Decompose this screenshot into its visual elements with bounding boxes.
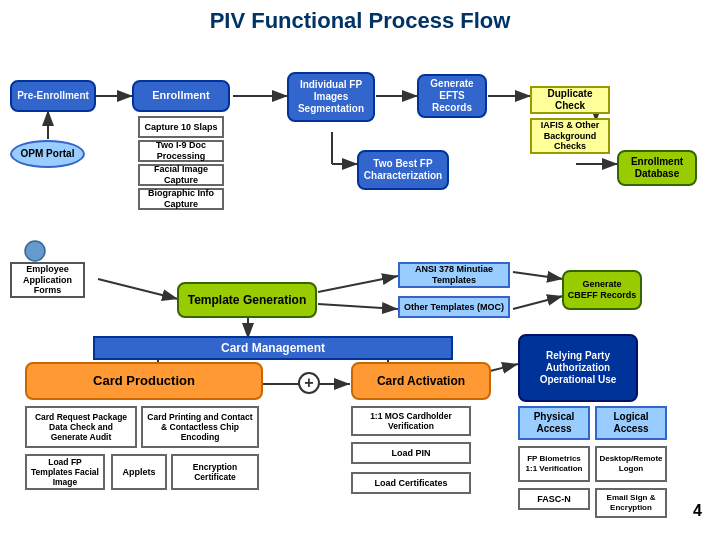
individual-fp-box: Individual FP Images Segmentation xyxy=(287,72,375,122)
svg-line-11 xyxy=(318,276,398,292)
card-production-box: Card Production xyxy=(25,362,263,400)
load-fp-box: Load FP Templates Facial Image xyxy=(25,454,105,490)
two-i9-box: Two I-9 Doc Processing xyxy=(138,140,224,162)
svg-line-10 xyxy=(98,279,178,299)
page-number: 4 xyxy=(693,502,702,520)
opm-portal-box: OPM Portal xyxy=(10,140,85,168)
other-templates-box: Other Templates (MOC) xyxy=(398,296,510,318)
encryption-cert-box: Encryption Certificate xyxy=(171,454,259,490)
load-certs-box: Load Certificates xyxy=(351,472,471,494)
desktop-remote-box: Desktop/Remote Logon xyxy=(595,446,667,482)
card-request-box: Card Request Package Data Check and Gene… xyxy=(25,406,137,448)
card-printing-box: Card Printing and Contact & Contactless … xyxy=(141,406,259,448)
fasc-n-box: FASC-N xyxy=(518,488,590,510)
template-gen-box: Template Generation xyxy=(177,282,317,318)
plus-symbol: + xyxy=(298,372,320,394)
mos-box: 1:1 MOS Cardholder Verification xyxy=(351,406,471,436)
enrollment-box: Enrollment xyxy=(132,80,230,112)
email-sign-box: Email Sign & Encryption xyxy=(595,488,667,518)
enrollment-db-box: Enrollment Database xyxy=(617,150,697,186)
load-pin-box: Load PIN xyxy=(351,442,471,464)
svg-point-21 xyxy=(25,241,45,261)
two-best-fp-box: Two Best FP Characterization xyxy=(357,150,449,190)
logical-access-box: Logical Access xyxy=(595,406,667,440)
svg-line-14 xyxy=(513,296,563,309)
svg-line-12 xyxy=(318,304,398,309)
svg-line-13 xyxy=(513,272,563,279)
fp-biometrics-box: FP Biometrics 1:1 Verification xyxy=(518,446,590,482)
physical-access-box: Physical Access xyxy=(518,406,590,440)
capture-10-slaps-box: Capture 10 Slaps xyxy=(138,116,224,138)
page-title: PIV Functional Process Flow xyxy=(8,8,712,34)
employee-app-box: Employee Application Forms xyxy=(10,262,85,298)
applets-box: Applets xyxy=(111,454,167,490)
iafis-box: IAFIS & Other Background Checks xyxy=(530,118,610,154)
ansi-378-box: ANSI 378 Minutiae Templates xyxy=(398,262,510,288)
pre-enrollment-box: Pre-Enrollment xyxy=(10,80,96,112)
facial-image-box: Facial Image Capture xyxy=(138,164,224,186)
relying-party-box: Relying Party Authorization Operational … xyxy=(518,334,638,402)
biographic-box: Biographic Info Capture xyxy=(138,188,224,210)
page: PIV Functional Process Flow xyxy=(0,0,720,540)
card-management-box: Card Management xyxy=(93,336,453,360)
card-activation-box: Card Activation xyxy=(351,362,491,400)
generate-efts-box: Generate EFTS Records xyxy=(417,74,487,118)
duplicate-check-box: Duplicate Check xyxy=(530,86,610,114)
generate-cbeff-box: Generate CBEFF Records xyxy=(562,270,642,310)
flow-container: Pre-Enrollment Enrollment Capture 10 Sla… xyxy=(8,44,712,524)
